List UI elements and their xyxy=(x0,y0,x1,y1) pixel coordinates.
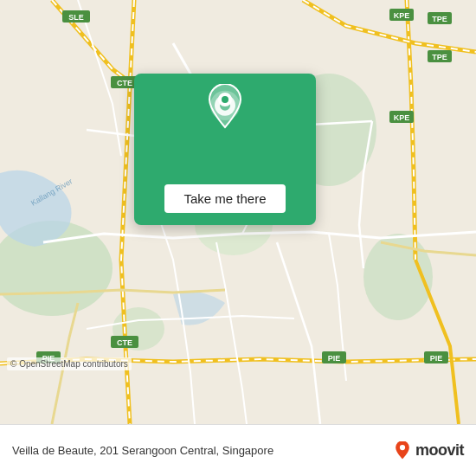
svg-text:TPE: TPE xyxy=(432,53,447,61)
svg-text:CTE: CTE xyxy=(117,338,132,347)
pin-svg xyxy=(206,84,244,129)
moovit-brand-text: moovit xyxy=(415,441,464,460)
location-card: Take me there xyxy=(134,74,316,225)
svg-text:PIE: PIE xyxy=(430,354,443,363)
svg-text:CTE: CTE xyxy=(117,79,132,87)
bottom-bar: Veilla de Beaute, 201 Serangoon Central,… xyxy=(0,424,476,476)
svg-point-32 xyxy=(400,444,405,449)
take-me-there-button[interactable]: Take me there xyxy=(164,184,285,213)
svg-text:KPE: KPE xyxy=(394,113,410,122)
svg-text:PIE: PIE xyxy=(328,354,341,363)
svg-text:SLE: SLE xyxy=(68,13,84,22)
svg-text:KPE: KPE xyxy=(394,11,410,20)
moovit-pin-icon xyxy=(393,441,412,460)
svg-text:TPE: TPE xyxy=(432,15,447,23)
map-container: Kallang River SLE CTE CTE PIE PIE PIE KP… xyxy=(0,0,476,424)
location-info-text: Veilla de Beaute, 201 Serangoon Central,… xyxy=(12,444,393,457)
svg-point-31 xyxy=(222,96,228,103)
copyright-text: © OpenStreetMap contributors xyxy=(7,357,132,370)
moovit-logo: moovit xyxy=(393,441,464,460)
